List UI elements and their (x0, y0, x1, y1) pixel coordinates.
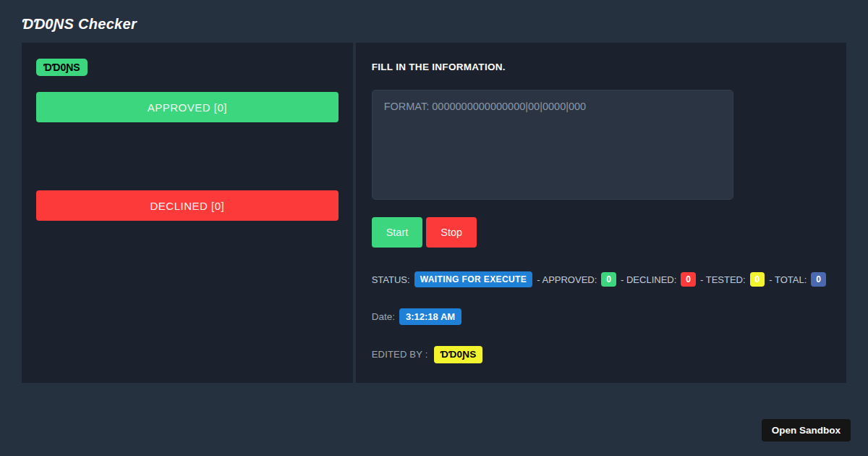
cards-input[interactable] (372, 90, 733, 200)
stop-button[interactable]: Stop (426, 217, 477, 248)
edited-by-label: EDITED BY : (372, 349, 428, 360)
form-heading: FILL IN THE INFORMATION. (372, 62, 830, 72)
form-panel: FILL IN THE INFORMATION. Start Stop STAT… (356, 43, 846, 383)
app-header: ƊƊ0ƝS Checker (0, 0, 868, 43)
tested-count-badge: 0 (750, 272, 765, 287)
page-title: ƊƊ0ƝS Checker (22, 16, 846, 33)
status-label: STATUS: (372, 274, 410, 285)
start-button[interactable]: Start (372, 217, 423, 248)
results-panel: ƊƊ0ƝS APPROVED [0] DECLINED [0] (22, 43, 353, 383)
main-content: ƊƊ0ƝS APPROVED [0] DECLINED [0] FILL IN … (22, 43, 846, 383)
approved-count-badge: 0 (601, 272, 616, 287)
edited-by-badge: ƊƊ0ƝS (434, 346, 483, 363)
total-count-badge: 0 (811, 272, 826, 287)
tested-label: - TESTED: (700, 274, 746, 285)
open-sandbox-button[interactable]: Open Sandbox (762, 419, 851, 442)
declined-count-badge: 0 (681, 272, 696, 287)
date-label: Date: (372, 311, 395, 322)
declined-label: - DECLINED: (621, 274, 676, 285)
approved-button[interactable]: APPROVED [0] (36, 92, 339, 122)
actions-row: Start Stop (372, 217, 830, 248)
date-badge: 3:12:18 AM (399, 308, 461, 325)
status-row: STATUS: WAITING FOR EXECUTE - APPROVED: … (372, 271, 830, 287)
total-label: - TOTAL: (769, 274, 807, 285)
declined-button[interactable]: DECLINED [0] (36, 190, 339, 221)
status-state-badge: WAITING FOR EXECUTE (414, 271, 533, 287)
date-row: Date: 3:12:18 AM (372, 308, 830, 325)
approved-label: - APPROVED: (537, 274, 597, 285)
brand-badge: ƊƊ0ƝS (36, 59, 88, 76)
edited-by-row: EDITED BY : ƊƊ0ƝS (372, 346, 830, 363)
